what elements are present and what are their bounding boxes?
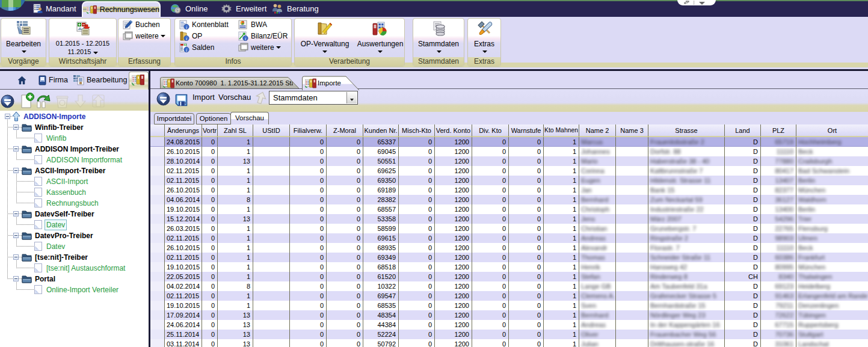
svg-text:i: i	[245, 36, 246, 41]
svg-text:i: i	[186, 36, 187, 41]
svg-text:i: i	[186, 48, 187, 53]
svg-text:@: @	[174, 7, 180, 13]
svg-text:i: i	[186, 25, 187, 30]
